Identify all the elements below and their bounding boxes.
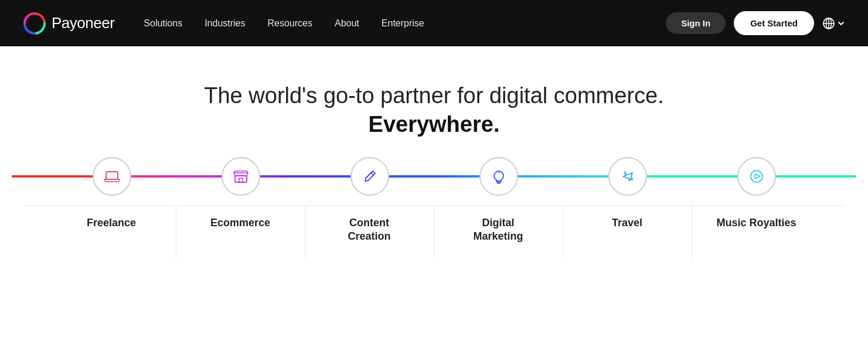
svg-rect-7 [239,178,243,182]
hero-line2: Everywhere. [369,112,500,137]
industry-label-freelance: Freelance [87,216,136,230]
industry-label-content-creation: ContentCreation [348,216,390,244]
industry-label-digital-marketing: DigitalMarketing [473,216,523,244]
play-icon [747,167,766,186]
icon-circle-music-royalties[interactable] [737,157,776,196]
svg-rect-6 [235,176,247,182]
svg-rect-5 [106,172,118,179]
industry-icon-music-royalties[interactable] [737,157,776,196]
icon-circle-freelance[interactable] [93,157,131,196]
industry-col-content-creation[interactable]: ContentCreation [305,206,434,258]
laptop-icon [103,167,121,186]
industry-icon-ecommerce[interactable] [222,157,260,196]
nav-link-solutions[interactable]: Solutions [144,18,182,29]
labels-row: Freelance Ecommerce ContentCreation Digi… [24,205,845,258]
icon-circle-travel[interactable] [608,157,647,196]
globe-icon [822,17,835,30]
industry-icon-digital-marketing[interactable] [479,157,518,196]
lightbulb-icon [489,167,508,186]
industry-icon-freelance[interactable] [93,157,131,196]
pencil-icon [360,167,379,186]
hero-line1: The world's go-to partner for digital co… [204,83,663,108]
nav-link-enterprise[interactable]: Enterprise [382,18,424,29]
nav-link-industries[interactable]: Industries [205,18,245,29]
industry-col-travel[interactable]: Travel [563,206,692,258]
industry-icon-content-creation[interactable] [350,157,389,196]
timeline-container [12,157,856,196]
chevron-down-icon [838,20,845,27]
icons-row [24,157,845,196]
industry-label-travel: Travel [612,216,642,230]
svg-point-11 [751,171,763,182]
nav-links: Solutions Industries Resources About Ent… [144,18,666,29]
nav-link-resources[interactable]: Resources [268,18,312,29]
icon-circle-ecommerce[interactable] [222,157,260,196]
hero-title: The world's go-to partner for digital co… [204,81,663,139]
industry-col-ecommerce[interactable]: Ecommerce [176,206,305,258]
main-nav: Payoneer Solutions Industries Resources … [0,0,868,46]
nav-link-about[interactable]: About [335,18,359,29]
industry-icon-travel[interactable] [608,157,647,196]
icon-circle-digital-marketing[interactable] [479,157,518,196]
logo-text: Payoneer [52,14,114,32]
hero-section: The world's go-to partner for digital co… [0,46,868,282]
signin-button[interactable]: Sign In [666,12,726,34]
getstarted-button[interactable]: Get Started [734,11,814,35]
airplane-icon [618,167,637,186]
industry-col-music-royalties[interactable]: Music Royalties [692,206,821,258]
logo-link[interactable]: Payoneer [23,12,114,35]
industry-label-music-royalties: Music Royalties [716,216,796,230]
language-selector[interactable] [822,17,845,30]
nav-actions: Sign In Get Started [666,11,845,35]
icon-circle-content-creation[interactable] [350,157,389,196]
industry-col-digital-marketing[interactable]: DigitalMarketing [434,206,563,258]
store-icon [232,167,250,186]
industry-col-freelance[interactable]: Freelance [47,206,176,258]
industry-label-ecommerce: Ecommerce [210,216,270,230]
industries-section: Freelance Ecommerce ContentCreation Digi… [12,139,856,258]
